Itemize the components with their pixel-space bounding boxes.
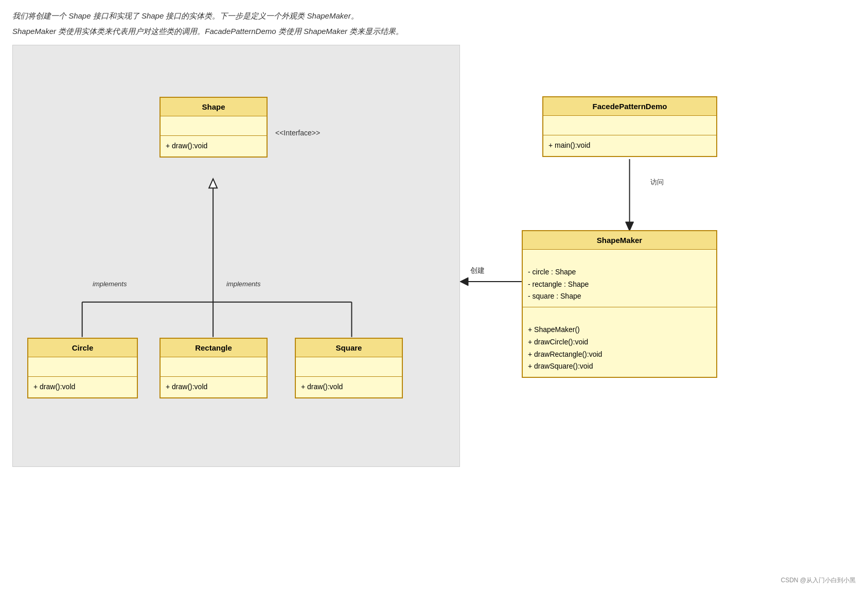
shape-class-header: Shape [161, 98, 267, 116]
square-class-box: Square + draw():vold [295, 338, 403, 398]
intro-line2: ShapeMaker 类使用实体类来代表用户对这些类的调用。FacadePatt… [12, 27, 403, 36]
circle-methods: + draw():vold [28, 377, 137, 397]
svg-marker-9 [460, 277, 468, 286]
facade-demo-empty [543, 116, 716, 135]
shape-maker-header: ShapeMaker [523, 231, 716, 250]
right-panel: 访问 创建 FacedePatternDemo + main():void Sh… [460, 45, 856, 467]
visit-label: 访问 [650, 178, 664, 187]
page-container: 我们将创建一个 Shape 接口和实现了 Shape 接口的实体类。下一步是定义… [0, 0, 868, 591]
shape-methods: + draw():void [161, 136, 267, 157]
facade-demo-box: FacedePatternDemo + main():void [542, 96, 717, 157]
shape-maker-methods: + ShapeMaker() + drawCircle():void + dra… [523, 307, 716, 377]
intro-line1: 我们将创建一个 Shape 接口和实现了 Shape 接口的实体类。下一步是定义… [12, 11, 359, 20]
implements-right-label: implements [226, 280, 260, 288]
square-class-header: Square [296, 339, 402, 357]
circle-empty-section [28, 357, 137, 377]
rectangle-methods: + draw():vold [161, 377, 267, 397]
facade-demo-methods: + main():void [543, 135, 716, 156]
rectangle-class-header: Rectangle [161, 339, 267, 357]
circle-class-box: Circle + draw():vold [27, 338, 138, 398]
shape-maker-box: ShapeMaker - circle : Shape - rectangle … [522, 230, 717, 378]
diagram-area: Shape + draw():void <<Interface>> implem… [12, 45, 856, 467]
rectangle-empty-section [161, 357, 267, 377]
square-methods: + draw():vold [296, 377, 402, 397]
shape-maker-attributes: - circle : Shape - rectangle : Shape - s… [523, 250, 716, 307]
circle-class-header: Circle [28, 339, 137, 357]
svg-marker-1 [209, 179, 217, 188]
interface-label: <<Interface>> [275, 129, 320, 137]
intro-text-2: ShapeMaker 类使用实体类来代表用户对这些类的调用。FacadePatt… [12, 25, 856, 38]
implements-left-label: implements [93, 280, 127, 288]
watermark: CSDN @从入门小白到小黑 [781, 576, 856, 585]
create-label: 创建 [470, 266, 485, 275]
facade-demo-header: FacedePatternDemo [543, 97, 716, 116]
shape-empty-section [161, 116, 267, 136]
rectangle-class-box: Rectangle + draw():vold [160, 338, 268, 398]
intro-text-1: 我们将创建一个 Shape 接口和实现了 Shape 接口的实体类。下一步是定义… [12, 9, 856, 23]
square-empty-section [296, 357, 402, 377]
shape-class-box: Shape + draw():void [160, 97, 268, 158]
left-panel: Shape + draw():void <<Interface>> implem… [12, 45, 460, 467]
